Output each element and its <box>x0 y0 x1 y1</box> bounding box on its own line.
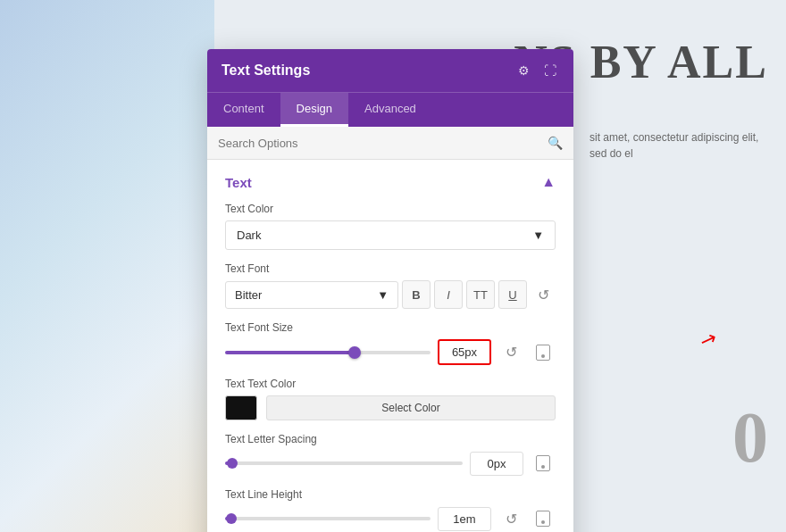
text-line-height-label: Text Line Height <box>225 488 556 501</box>
text-font-row: Text Font Bitter ▼ B I TT U ↺ <box>225 262 556 309</box>
right-zero: 0 <box>732 397 768 478</box>
color-picker-row: Select Color <box>225 395 556 420</box>
search-input[interactable] <box>218 137 548 150</box>
section-title: Text <box>225 175 252 190</box>
font-size-controls: 65px ↺ <box>225 339 556 365</box>
line-height-mobile-icon[interactable] <box>531 506 556 531</box>
text-color-label: Text Color <box>225 203 556 215</box>
font-size-reset-button[interactable]: ↺ <box>498 340 523 365</box>
line-height-slider[interactable] <box>225 510 431 528</box>
font-family-dropdown[interactable]: Bitter ▼ <box>225 281 398 309</box>
text-font-size-row: Text Font Size 65px ↺ <box>225 321 556 365</box>
settings-icon[interactable]: ⚙ <box>514 62 532 79</box>
text-letter-spacing-row: Text Letter Spacing 0px <box>225 433 556 476</box>
font-size-mobile-icon[interactable] <box>531 340 556 365</box>
text-font-size-label: Text Font Size <box>225 321 556 334</box>
tt-button[interactable]: TT <box>466 280 495 309</box>
underline-button[interactable]: U <box>498 280 527 309</box>
letter-spacing-input[interactable]: 0px <box>470 452 523 476</box>
text-text-color-row: Text Text Color Select Color <box>225 378 556 420</box>
letter-spacing-thumb <box>227 458 238 469</box>
search-bar: 🔍 <box>207 127 573 160</box>
section-header: Text ▲ <box>225 174 556 190</box>
expand-icon[interactable]: ⛶ <box>541 62 559 79</box>
text-font-label: Text Font <box>225 262 556 275</box>
search-icon: 🔍 <box>548 136 563 150</box>
font-size-slider[interactable] <box>225 344 431 362</box>
line-height-controls: 1em ↺ <box>225 506 556 531</box>
letter-spacing-controls: 0px <box>225 451 556 476</box>
text-color-value: Dark <box>237 229 261 242</box>
select-color-button[interactable]: Select Color <box>266 395 556 420</box>
letter-spacing-mobile-icon[interactable] <box>531 451 556 476</box>
text-text-color-label: Text Text Color <box>225 378 556 390</box>
text-color-dropdown[interactable]: Dark ▼ <box>225 220 556 250</box>
font-size-input[interactable]: 65px <box>438 339 491 365</box>
tab-advanced[interactable]: Advanced <box>348 93 432 127</box>
font-family-value: Bitter <box>235 288 262 302</box>
text-settings-panel: Text Settings ⚙ ⛶ Content Design Advance… <box>207 49 573 532</box>
dropdown-arrow-icon: ▼ <box>532 229 544 242</box>
italic-button[interactable]: I <box>434 280 463 309</box>
panel-header-icons: ⚙ ⛶ <box>514 62 559 79</box>
tab-design[interactable]: Design <box>280 93 348 127</box>
right-body: sit amet, consectetur adipiscing elit, s… <box>590 129 768 162</box>
letter-spacing-mobile-icon-shape <box>536 455 550 471</box>
font-dropdown-arrow: ▼ <box>377 288 389 302</box>
section-collapse-icon[interactable]: ▲ <box>541 174 556 190</box>
panel-header: Text Settings ⚙ ⛶ <box>207 49 573 92</box>
text-line-height-row: Text Line Height 1em ↺ <box>225 488 556 531</box>
font-row: Bitter ▼ B I TT U ↺ <box>225 280 556 309</box>
letter-spacing-slider[interactable] <box>225 454 463 472</box>
line-height-mobile-icon-shape <box>536 511 550 527</box>
background-left <box>0 0 214 532</box>
tab-content[interactable]: Content <box>207 93 280 127</box>
bold-button[interactable]: B <box>402 280 431 309</box>
font-reset-button[interactable]: ↺ <box>531 282 556 307</box>
mobile-icon <box>536 345 550 361</box>
text-letter-spacing-label: Text Letter Spacing <box>225 433 556 445</box>
color-swatch[interactable] <box>225 395 257 420</box>
line-height-track <box>225 517 431 520</box>
slider-thumb <box>348 346 361 359</box>
line-height-input[interactable]: 1em <box>438 507 491 531</box>
panel-tabs: Content Design Advanced <box>207 92 573 127</box>
letter-spacing-track <box>225 461 463 465</box>
slider-track <box>225 351 431 354</box>
text-color-row: Text Color Dark ▼ <box>225 203 556 250</box>
line-height-thumb <box>226 513 237 524</box>
panel-title: Text Settings <box>222 62 310 79</box>
panel-body: Text ▲ Text Color Dark ▼ Text Font Bitte… <box>207 160 573 532</box>
line-height-reset-button[interactable]: ↺ <box>498 506 523 531</box>
